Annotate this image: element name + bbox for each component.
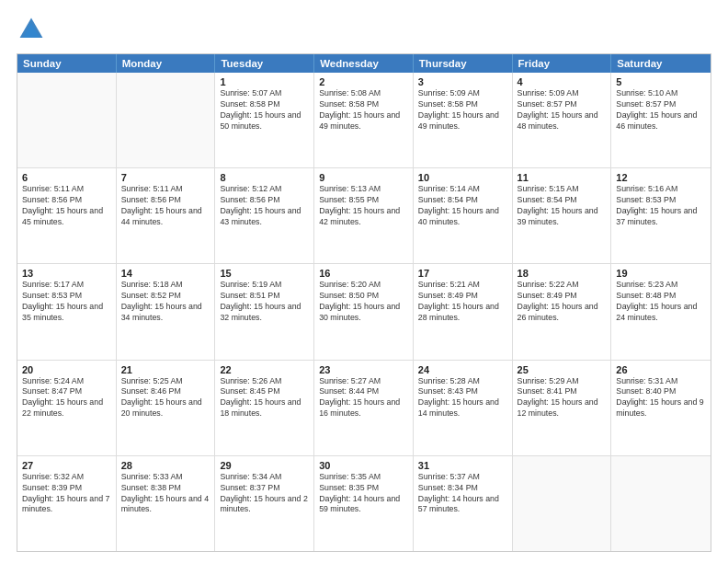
calendar-row-3: 13Sunrise: 5:17 AM Sunset: 8:53 PM Dayli… <box>17 264 711 360</box>
day-number: 30 <box>319 460 408 471</box>
cell-details: Sunrise: 5:11 AM Sunset: 8:56 PM Dayligh… <box>121 184 210 228</box>
cell-details: Sunrise: 5:15 AM Sunset: 8:54 PM Dayligh… <box>518 184 607 228</box>
day-number: 5 <box>616 76 706 87</box>
cell-details: Sunrise: 5:24 AM Sunset: 8:47 PM Dayligh… <box>22 376 111 420</box>
day-number: 10 <box>418 172 507 183</box>
calendar-cell: 13Sunrise: 5:17 AM Sunset: 8:53 PM Dayli… <box>17 264 117 359</box>
day-number: 19 <box>616 268 706 279</box>
header-day-wednesday: Wednesday <box>314 54 414 73</box>
day-number: 15 <box>220 268 309 279</box>
calendar-cell: 20Sunrise: 5:24 AM Sunset: 8:47 PM Dayli… <box>17 361 117 455</box>
calendar-cell: 12Sunrise: 5:16 AM Sunset: 8:53 PM Dayli… <box>611 168 711 263</box>
calendar-cell: 31Sunrise: 5:37 AM Sunset: 8:34 PM Dayli… <box>414 456 513 551</box>
day-number: 11 <box>518 172 607 183</box>
calendar-cell: 7Sunrise: 5:11 AM Sunset: 8:56 PM Daylig… <box>117 168 216 263</box>
calendar-cell: 6Sunrise: 5:11 AM Sunset: 8:56 PM Daylig… <box>17 168 117 263</box>
cell-details: Sunrise: 5:27 AM Sunset: 8:44 PM Dayligh… <box>319 376 408 420</box>
cell-details: Sunrise: 5:14 AM Sunset: 8:54 PM Dayligh… <box>418 184 507 228</box>
cell-details: Sunrise: 5:10 AM Sunset: 8:57 PM Dayligh… <box>616 88 706 132</box>
cell-details: Sunrise: 5:09 AM Sunset: 8:58 PM Dayligh… <box>418 88 507 132</box>
day-number: 6 <box>22 172 111 183</box>
day-number: 21 <box>121 364 210 375</box>
calendar-cell: 8Sunrise: 5:12 AM Sunset: 8:56 PM Daylig… <box>215 168 314 263</box>
cell-details: Sunrise: 5:29 AM Sunset: 8:41 PM Dayligh… <box>518 376 607 420</box>
day-number: 9 <box>319 172 408 183</box>
logo <box>17 15 50 44</box>
calendar-row-1: 1Sunrise: 5:07 AM Sunset: 8:58 PM Daylig… <box>17 73 711 168</box>
cell-details: Sunrise: 5:07 AM Sunset: 8:58 PM Dayligh… <box>220 88 309 132</box>
cell-details: Sunrise: 5:18 AM Sunset: 8:52 PM Dayligh… <box>121 280 210 324</box>
day-number: 20 <box>22 364 111 375</box>
calendar-row-5: 27Sunrise: 5:32 AM Sunset: 8:39 PM Dayli… <box>17 456 711 551</box>
cell-details: Sunrise: 5:08 AM Sunset: 8:58 PM Dayligh… <box>319 88 408 132</box>
calendar-cell: 15Sunrise: 5:19 AM Sunset: 8:51 PM Dayli… <box>215 264 314 359</box>
day-number: 24 <box>418 364 507 375</box>
calendar-cell: 10Sunrise: 5:14 AM Sunset: 8:54 PM Dayli… <box>414 168 513 263</box>
calendar-cell <box>611 456 711 551</box>
calendar-cell: 3Sunrise: 5:09 AM Sunset: 8:58 PM Daylig… <box>414 73 513 167</box>
calendar-cell: 19Sunrise: 5:23 AM Sunset: 8:48 PM Dayli… <box>611 264 711 359</box>
cell-details: Sunrise: 5:25 AM Sunset: 8:46 PM Dayligh… <box>121 376 210 420</box>
cell-details: Sunrise: 5:17 AM Sunset: 8:53 PM Dayligh… <box>22 280 111 324</box>
calendar-cell: 26Sunrise: 5:31 AM Sunset: 8:40 PM Dayli… <box>611 361 711 455</box>
day-number: 22 <box>220 364 309 375</box>
calendar-row-2: 6Sunrise: 5:11 AM Sunset: 8:56 PM Daylig… <box>17 168 711 264</box>
day-number: 18 <box>518 268 607 279</box>
cell-details: Sunrise: 5:32 AM Sunset: 8:39 PM Dayligh… <box>22 472 111 516</box>
calendar-cell: 21Sunrise: 5:25 AM Sunset: 8:46 PM Dayli… <box>117 361 216 455</box>
day-number: 29 <box>220 460 309 471</box>
calendar-cell: 5Sunrise: 5:10 AM Sunset: 8:57 PM Daylig… <box>611 73 711 167</box>
calendar-cell: 28Sunrise: 5:33 AM Sunset: 8:38 PM Dayli… <box>117 456 216 551</box>
header-day-monday: Monday <box>117 54 216 73</box>
cell-details: Sunrise: 5:34 AM Sunset: 8:37 PM Dayligh… <box>220 472 309 516</box>
header-day-thursday: Thursday <box>414 54 513 73</box>
calendar-row-4: 20Sunrise: 5:24 AM Sunset: 8:47 PM Dayli… <box>17 361 711 456</box>
day-number: 1 <box>220 76 309 87</box>
cell-details: Sunrise: 5:13 AM Sunset: 8:55 PM Dayligh… <box>319 184 408 228</box>
cell-details: Sunrise: 5:28 AM Sunset: 8:43 PM Dayligh… <box>418 376 507 420</box>
calendar: SundayMondayTuesdayWednesdayThursdayFrid… <box>17 53 711 552</box>
calendar-cell: 17Sunrise: 5:21 AM Sunset: 8:49 PM Dayli… <box>414 264 513 359</box>
calendar-cell: 27Sunrise: 5:32 AM Sunset: 8:39 PM Dayli… <box>17 456 117 551</box>
calendar-cell: 29Sunrise: 5:34 AM Sunset: 8:37 PM Dayli… <box>215 456 314 551</box>
day-number: 3 <box>418 76 507 87</box>
day-number: 31 <box>418 460 507 471</box>
calendar-cell: 1Sunrise: 5:07 AM Sunset: 8:58 PM Daylig… <box>215 73 314 167</box>
day-number: 2 <box>319 76 408 87</box>
cell-details: Sunrise: 5:37 AM Sunset: 8:34 PM Dayligh… <box>418 472 507 516</box>
header-day-friday: Friday <box>513 54 612 73</box>
cell-details: Sunrise: 5:21 AM Sunset: 8:49 PM Dayligh… <box>418 280 507 324</box>
cell-details: Sunrise: 5:20 AM Sunset: 8:50 PM Dayligh… <box>319 280 408 324</box>
day-number: 17 <box>418 268 507 279</box>
header-day-sunday: Sunday <box>17 54 117 73</box>
calendar-cell: 14Sunrise: 5:18 AM Sunset: 8:52 PM Dayli… <box>117 264 216 359</box>
day-number: 28 <box>121 460 210 471</box>
calendar-cell: 22Sunrise: 5:26 AM Sunset: 8:45 PM Dayli… <box>215 361 314 455</box>
cell-details: Sunrise: 5:16 AM Sunset: 8:53 PM Dayligh… <box>616 184 706 228</box>
cell-details: Sunrise: 5:11 AM Sunset: 8:56 PM Dayligh… <box>22 184 111 228</box>
header-day-saturday: Saturday <box>611 54 711 73</box>
calendar-cell: 30Sunrise: 5:35 AM Sunset: 8:35 PM Dayli… <box>314 456 414 551</box>
day-number: 25 <box>518 364 607 375</box>
calendar-cell <box>513 456 612 551</box>
calendar-cell: 16Sunrise: 5:20 AM Sunset: 8:50 PM Dayli… <box>314 264 414 359</box>
cell-details: Sunrise: 5:35 AM Sunset: 8:35 PM Dayligh… <box>319 472 408 516</box>
calendar-cell: 18Sunrise: 5:22 AM Sunset: 8:49 PM Dayli… <box>513 264 612 359</box>
day-number: 23 <box>319 364 408 375</box>
cell-details: Sunrise: 5:26 AM Sunset: 8:45 PM Dayligh… <box>220 376 309 420</box>
cell-details: Sunrise: 5:33 AM Sunset: 8:38 PM Dayligh… <box>121 472 210 516</box>
day-number: 26 <box>616 364 706 375</box>
header-day-tuesday: Tuesday <box>215 54 314 73</box>
calendar-cell: 11Sunrise: 5:15 AM Sunset: 8:54 PM Dayli… <box>513 168 612 263</box>
day-number: 4 <box>518 76 607 87</box>
day-number: 27 <box>22 460 111 471</box>
day-number: 13 <box>22 268 111 279</box>
day-number: 12 <box>616 172 706 183</box>
cell-details: Sunrise: 5:09 AM Sunset: 8:57 PM Dayligh… <box>518 88 607 132</box>
cell-details: Sunrise: 5:19 AM Sunset: 8:51 PM Dayligh… <box>220 280 309 324</box>
calendar-cell: 24Sunrise: 5:28 AM Sunset: 8:43 PM Dayli… <box>414 361 513 455</box>
calendar-cell: 2Sunrise: 5:08 AM Sunset: 8:58 PM Daylig… <box>314 73 414 167</box>
calendar-cell: 4Sunrise: 5:09 AM Sunset: 8:57 PM Daylig… <box>513 73 612 167</box>
day-number: 14 <box>121 268 210 279</box>
cell-details: Sunrise: 5:23 AM Sunset: 8:48 PM Dayligh… <box>616 280 706 324</box>
